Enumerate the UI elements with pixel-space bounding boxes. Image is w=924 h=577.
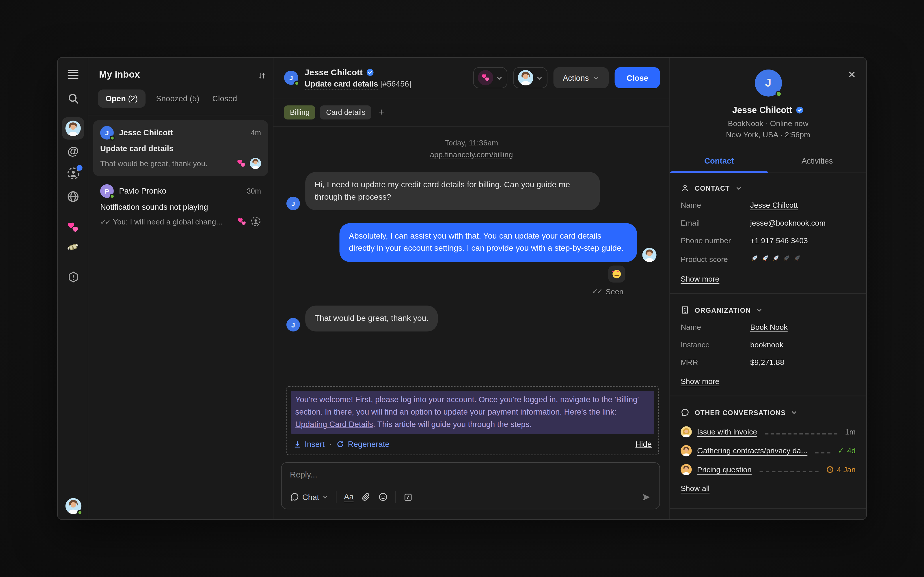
ai-suggestion-box: You're welcome! First, please log into y… — [286, 386, 659, 455]
icon-rail: @ — [58, 58, 88, 519]
contact-avatar: J — [754, 69, 782, 97]
avatar — [680, 464, 692, 475]
read-receipt-icon: ✓✓ — [100, 218, 110, 226]
reply-composer[interactable]: Reply... Chat Aa — [281, 462, 660, 509]
conversation-list-item[interactable]: P Pavlo Pronko 30m Notification sounds n… — [93, 178, 268, 234]
tab-snoozed[interactable]: Snoozed (5) — [153, 89, 202, 108]
contacts-icon[interactable] — [58, 167, 88, 180]
customer-message: J Hi, I need to update my credit card de… — [286, 172, 657, 210]
team-inbox-dropdown[interactable] — [473, 67, 507, 88]
rocket-emoji — [750, 254, 759, 263]
search-icon[interactable] — [58, 92, 88, 105]
avatar: J — [100, 126, 114, 140]
contact-name-link[interactable]: Jesse Chilcott — [750, 201, 798, 210]
assignee-avatar — [518, 70, 533, 85]
tab-activities[interactable]: Activities — [768, 151, 866, 172]
ticket-id: [#56456] — [380, 79, 411, 88]
close-conversation-button[interactable]: Close — [615, 67, 660, 88]
unassigned-icon — [250, 216, 261, 227]
send-button[interactable] — [641, 492, 651, 502]
reply-input[interactable]: Reply... — [290, 470, 651, 479]
revolving-hearts-emoji — [236, 158, 246, 169]
company-status: BookNook · Online now — [680, 119, 856, 128]
reply-mode-dropdown[interactable]: Chat — [290, 492, 328, 502]
mentions-icon[interactable]: @ — [58, 144, 88, 158]
heart-eyes-emoji[interactable] — [608, 266, 625, 282]
conversation-subject[interactable]: Update card details — [305, 79, 378, 89]
check-icon: ✓ — [838, 446, 844, 455]
tab-open[interactable]: Open (2) — [98, 89, 145, 108]
verified-badge-icon — [366, 68, 375, 76]
inbox-header: My inbox ↓↑ Open (2) Snoozed (5) Closed — [88, 58, 273, 115]
avatar — [680, 445, 692, 456]
close-panel-icon[interactable]: × — [848, 68, 856, 81]
sort-icon[interactable]: ↓↑ — [258, 70, 265, 80]
tag-row: Billing Card details + — [273, 98, 669, 127]
other-conversation-row[interactable]: Pricing question 4 Jan — [680, 464, 856, 475]
emoji-button[interactable] — [378, 492, 388, 502]
add-tag-button[interactable]: + — [378, 107, 384, 117]
organization-name-link[interactable]: Book Nook — [750, 322, 788, 332]
tag-card-details[interactable]: Card details — [320, 105, 372, 119]
chevron-down-icon — [791, 409, 797, 416]
security-alert-icon[interactable] — [58, 271, 88, 283]
location-time: New York, USA · 2:56pm — [680, 130, 856, 139]
actions-button[interactable]: Actions — [553, 67, 609, 88]
show-all-conversations[interactable]: Show all — [680, 484, 709, 493]
regenerate-icon — [337, 440, 344, 448]
avatar: J — [286, 197, 300, 210]
revolving-hearts-emoji — [478, 70, 493, 85]
rocket-emoji — [782, 254, 791, 263]
revolving-hearts-emoji — [237, 216, 247, 226]
main-menu-icon[interactable] — [58, 68, 88, 73]
chevron-down-icon — [496, 74, 502, 81]
organization-mrr: $9,271.88 — [750, 358, 784, 367]
globe-icon[interactable] — [58, 190, 88, 203]
paperclip-icon — [361, 492, 371, 502]
contact-section: CONTACT NameJesse Chilcott Emailjesse@bo… — [670, 173, 866, 292]
organization-show-more[interactable]: Show more — [680, 377, 719, 386]
insert-button[interactable]: Insert — [293, 440, 325, 449]
other-conversations-header[interactable]: OTHER CONVERSATIONS — [680, 408, 856, 417]
user-avatar[interactable] — [58, 498, 88, 514]
gif-shortcut-button[interactable] — [404, 492, 413, 501]
revolving-hearts-emoji[interactable] — [58, 221, 88, 234]
send-icon — [641, 492, 651, 502]
sidebar-item-inbox[interactable] — [58, 117, 88, 140]
article-link[interactable]: Updating Card Details — [295, 420, 373, 429]
person-icon — [680, 184, 690, 193]
rocket-emoji — [793, 254, 801, 263]
inbox-panel: My inbox ↓↑ Open (2) Snoozed (5) Closed … — [88, 58, 273, 519]
chevron-down-icon — [322, 494, 328, 500]
other-conversation-row[interactable]: Issue with invoice 1m — [680, 426, 856, 438]
conversation-panel: Jesse ChilcottJ Jesse Chilcott Update ca… — [273, 58, 669, 519]
avatar: J — [286, 318, 300, 332]
other-conversation-row[interactable]: Gathering contracts/privacy da... ✓4d — [680, 445, 856, 456]
assignee-dropdown[interactable] — [513, 67, 547, 88]
chevron-down-icon — [735, 185, 741, 191]
organization-section: ORGANIZATION NameBook Nook Instancebookn… — [670, 295, 866, 394]
text-format-button[interactable]: Aa — [344, 492, 354, 502]
chat-bubble-icon — [290, 492, 299, 502]
money-with-wings-emoji[interactable] — [58, 242, 88, 255]
tab-contact[interactable]: Contact — [670, 151, 768, 172]
smiley-icon — [378, 492, 388, 502]
attachment-button[interactable] — [361, 492, 371, 502]
agent-avatar — [642, 248, 656, 262]
chat-bubble-icon — [680, 408, 690, 417]
regenerate-button[interactable]: Regenerate — [337, 440, 389, 449]
online-status-dot — [77, 510, 82, 515]
conversation-list-item[interactable]: J Jesse Chilcott 4m Update card details … — [93, 120, 268, 176]
page-title: My inbox — [99, 69, 140, 80]
chevron-down-icon — [536, 74, 543, 81]
tab-closed[interactable]: Closed — [210, 89, 239, 108]
app-window: @ My inbox — [57, 57, 867, 520]
organization-section-header[interactable]: ORGANIZATION — [680, 306, 856, 314]
tag-billing[interactable]: Billing — [284, 105, 316, 119]
online-status-dot — [294, 81, 299, 86]
hide-suggestion-button[interactable]: Hide — [635, 440, 652, 449]
contact-show-more[interactable]: Show more — [680, 274, 719, 283]
ai-suggestion-text: You're welcome! First, please log into y… — [291, 391, 654, 434]
contact-section-header[interactable]: CONTACT — [680, 184, 856, 193]
notification-dot — [76, 165, 82, 171]
